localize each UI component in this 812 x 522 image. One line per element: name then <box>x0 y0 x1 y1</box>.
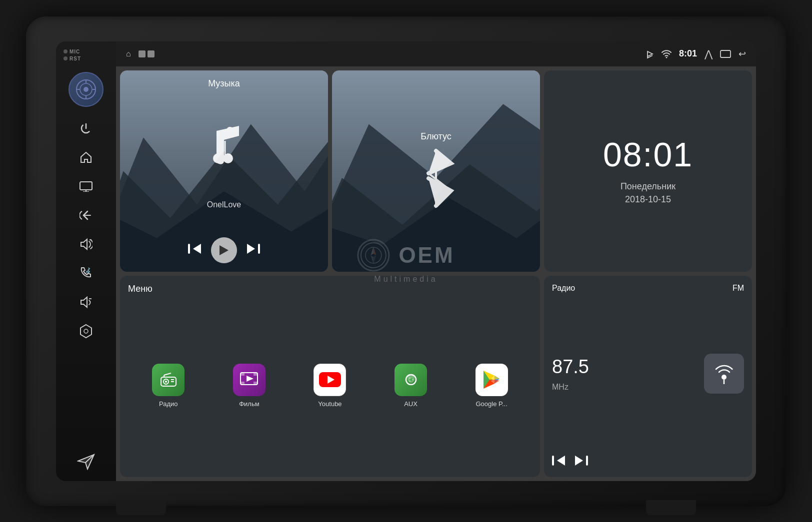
radio-next-button[interactable] <box>575 455 588 469</box>
back-icon <box>80 209 92 222</box>
car-head-unit: MIC RST <box>26 16 786 506</box>
radio-next-icon <box>575 455 588 466</box>
svg-line-35 <box>164 373 171 375</box>
power-icon <box>80 122 92 134</box>
home-icon <box>80 151 92 164</box>
topbar: ⌂ <box>116 41 756 66</box>
svg-marker-10 <box>80 325 92 338</box>
broadcast-icon <box>712 361 736 386</box>
clock-card-content: 08:01 Понедельник 2018-10-15 <box>603 78 693 264</box>
radio-unit: MHz <box>552 383 589 392</box>
film-app-icon <box>233 364 266 396</box>
menu-card: Меню <box>120 276 540 477</box>
volume-up-icon <box>80 238 92 251</box>
radio-card-title: Радио <box>552 284 575 293</box>
topbar-time: 8:01 <box>679 48 697 59</box>
prev-icon <box>188 243 201 254</box>
svg-rect-21 <box>188 244 190 254</box>
clock-time: 08:01 <box>603 137 693 171</box>
svg-rect-39 <box>240 382 244 385</box>
volume-up-button[interactable] <box>74 232 98 257</box>
music-card-title: Музыка <box>208 78 240 89</box>
sq1 <box>138 50 146 57</box>
screen-cast-icon <box>79 181 93 192</box>
music-next-button[interactable] <box>247 243 260 257</box>
app-film[interactable]: Фильм <box>233 364 266 408</box>
aux-app-label: AUX <box>404 400 418 408</box>
svg-point-45 <box>410 378 412 381</box>
radio-app-label: Радио <box>159 400 178 408</box>
topbar-left: ⌂ <box>126 49 154 58</box>
svg-marker-56 <box>575 456 583 466</box>
svg-point-2 <box>84 87 88 92</box>
music-card-content: Музыка OnelLove <box>128 78 320 264</box>
radio-prev-icon <box>552 455 565 466</box>
svg-rect-38 <box>254 373 258 376</box>
rst-dot <box>64 56 68 60</box>
music-controls <box>188 237 260 263</box>
music-card[interactable]: Музыка OnelLove <box>120 70 328 272</box>
menu-card-content: Меню <box>128 284 532 469</box>
topbar-chevron-icon[interactable]: ⋀ <box>704 48 712 60</box>
phone-button[interactable] <box>74 261 98 286</box>
screen-cast-button[interactable] <box>74 174 98 199</box>
music-prev-button[interactable] <box>188 243 201 257</box>
music-play-button[interactable] <box>211 237 237 263</box>
volume-down-icon <box>80 296 92 309</box>
rst-label: RST <box>70 56 81 61</box>
radio-icon <box>160 372 177 387</box>
svg-point-12 <box>666 56 667 58</box>
send-button[interactable] <box>74 449 98 474</box>
home-button[interactable] <box>74 145 98 170</box>
logo-icon <box>76 79 96 100</box>
svg-rect-7 <box>80 182 92 190</box>
youtube-icon <box>318 372 342 388</box>
svg-rect-55 <box>552 456 554 466</box>
music-note-icon <box>199 121 249 172</box>
settings-icon <box>78 324 94 339</box>
svg-marker-22 <box>220 245 228 255</box>
svg-marker-23 <box>247 244 255 254</box>
bt-card-title: Блютус <box>420 131 451 142</box>
music-song-name: OnelLove <box>207 200 242 209</box>
gplay-app-icon <box>476 364 508 396</box>
bluetooth-card[interactable]: Блютус <box>332 70 540 272</box>
app-youtube[interactable]: Youtube <box>314 364 346 408</box>
volume-down-button[interactable] <box>74 290 98 315</box>
power-button[interactable] <box>74 116 98 141</box>
topbar-wifi-icon <box>662 49 672 58</box>
radio-prev-button[interactable] <box>552 455 565 469</box>
menu-card-title: Меню <box>128 284 532 294</box>
app-google-play[interactable]: Google P... <box>476 364 508 408</box>
bt-card-content: Блютус <box>340 78 532 264</box>
radio-freq-info: 87.5 MHz <box>552 356 589 392</box>
youtube-app-icon <box>314 364 346 396</box>
svg-rect-37 <box>240 373 244 376</box>
topbar-home-icon[interactable]: ⌂ <box>126 49 131 58</box>
next-icon <box>247 243 260 254</box>
svg-marker-54 <box>557 456 565 466</box>
back-button[interactable] <box>74 203 98 228</box>
mic-label: MIC <box>70 49 80 54</box>
settings-button[interactable] <box>74 319 98 344</box>
sidebar-bottom <box>74 439 98 474</box>
svg-rect-40 <box>254 382 258 385</box>
radio-broadcast-button[interactable] <box>704 354 744 394</box>
topbar-window-icon[interactable] <box>720 50 731 58</box>
clock-day: Понедельник <box>620 181 676 192</box>
screen: MIC RST <box>56 41 756 481</box>
svg-marker-20 <box>193 244 201 254</box>
film-app-label: Фильм <box>239 400 259 408</box>
topbar-bluetooth-icon <box>646 49 654 59</box>
gplay-app-label: Google P... <box>476 400 507 408</box>
app-radio[interactable]: Радио <box>152 364 184 408</box>
content-grid: Музыка OnelLove <box>116 66 756 481</box>
sidebar-logo[interactable] <box>68 72 104 107</box>
sidebar: MIC RST <box>56 41 116 481</box>
app-aux[interactable]: AUX <box>394 364 427 408</box>
svg-rect-24 <box>258 244 260 254</box>
topbar-right: 8:01 ⋀ ↩ <box>646 48 746 60</box>
phone-icon <box>79 266 93 280</box>
clock-date: 2018-10-15 <box>625 194 671 205</box>
topbar-back-icon[interactable]: ↩ <box>738 48 746 59</box>
